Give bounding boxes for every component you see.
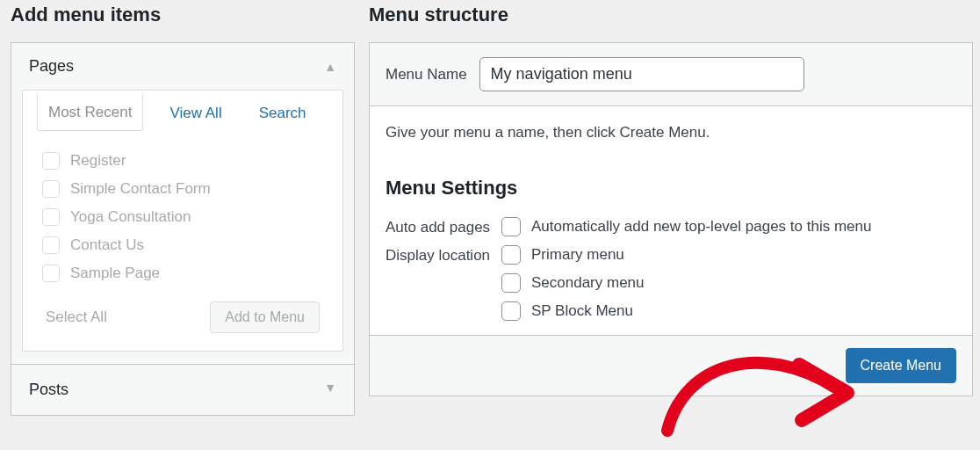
pages-accordion: Pages ▲ Most Recent View All Search Regi… <box>11 42 355 416</box>
create-menu-button[interactable]: Create Menu <box>846 348 957 383</box>
checkbox[interactable] <box>501 301 521 321</box>
location-option-label: Primary menu <box>531 246 624 264</box>
page-item-label: Register <box>70 152 126 170</box>
tab-most-recent[interactable]: Most Recent <box>37 94 143 131</box>
menu-name-input[interactable] <box>479 57 804 91</box>
location-option: SP Block Menu <box>501 301 645 321</box>
page-item: Simple Contact Form <box>42 175 328 203</box>
auto-add-option: Automatically add new top-level pages to… <box>501 217 871 236</box>
tab-view-all[interactable]: View All <box>159 96 232 131</box>
posts-accordion-label: Posts <box>29 381 68 399</box>
display-location-row: Display location Primary menu Secondary … <box>386 245 956 321</box>
pages-actions: Select All Add to Menu <box>37 287 328 337</box>
location-option-label: SP Block Menu <box>531 302 633 320</box>
add-menu-items-title: Add menu items <box>11 4 355 26</box>
menu-settings-title: Menu Settings <box>386 177 956 200</box>
page-item-label: Yoga Consultation <box>70 208 191 226</box>
pages-accordion-body: Most Recent View All Search Register Sim… <box>22 90 343 352</box>
caret-up-icon: ▲ <box>324 60 336 74</box>
pages-tabs: Most Recent View All Search <box>37 90 328 131</box>
pages-accordion-label: Pages <box>29 57 74 76</box>
page-item: Contact Us <box>42 231 328 259</box>
menu-header: Menu Name <box>370 43 972 106</box>
checkbox[interactable] <box>42 180 60 198</box>
menu-panel: Menu Name Give your menu a name, then cl… <box>369 42 973 396</box>
menu-name-label: Menu Name <box>386 66 467 83</box>
checkbox[interactable] <box>42 236 60 254</box>
select-all-link[interactable]: Select All <box>46 308 107 326</box>
menu-body: Give your menu a name, then click Create… <box>370 106 972 335</box>
menu-hint: Give your menu a name, then click Create… <box>386 124 956 142</box>
tab-search[interactable]: Search <box>249 96 317 131</box>
page-item: Yoga Consultation <box>42 203 328 231</box>
page-item-label: Sample Page <box>70 265 160 282</box>
auto-add-option-label: Automatically add new top-level pages to… <box>531 218 871 236</box>
checkbox[interactable] <box>501 273 521 293</box>
page-item: Sample Page <box>42 259 328 287</box>
checkbox[interactable] <box>42 152 60 170</box>
auto-add-row: Auto add pages Automatically add new top… <box>386 217 956 236</box>
checkbox[interactable] <box>501 217 521 236</box>
display-location-label: Display location <box>386 245 501 265</box>
menu-footer: Create Menu <box>370 335 972 396</box>
page-item: Register <box>42 147 328 175</box>
location-option-label: Secondary menu <box>531 274 645 292</box>
menu-structure-title: Menu structure <box>369 4 973 26</box>
location-option: Secondary menu <box>501 273 645 293</box>
page-item-label: Contact Us <box>70 236 144 254</box>
add-to-menu-button[interactable]: Add to Menu <box>210 301 320 333</box>
auto-add-label: Auto add pages <box>386 217 501 236</box>
pages-accordion-header[interactable]: Pages ▲ <box>11 43 354 90</box>
posts-accordion-header[interactable]: Posts ▼ <box>11 365 354 415</box>
checkbox[interactable] <box>42 208 60 226</box>
pages-list: Register Simple Contact Form Yoga Consul… <box>42 147 328 287</box>
checkbox[interactable] <box>501 245 521 265</box>
checkbox[interactable] <box>42 265 60 282</box>
location-option: Primary menu <box>501 245 645 265</box>
page-item-label: Simple Contact Form <box>70 180 211 198</box>
caret-down-icon: ▼ <box>324 381 336 399</box>
